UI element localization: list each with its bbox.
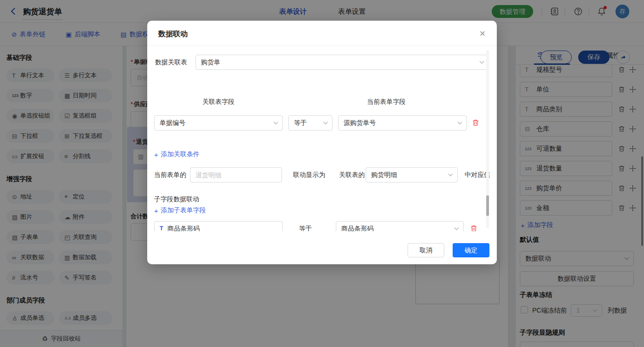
condition-target-select[interactable]: 源购货单号 [338,115,467,131]
cancel-button[interactable]: 取消 [408,243,444,257]
delete-subfield-icon[interactable] [470,225,477,231]
chevron-down-icon [480,59,484,63]
subfield-right-select[interactable]: 商品条形码 [336,221,464,231]
chevron-down-icon [458,119,462,124]
delete-condition-icon[interactable] [472,119,479,126]
plus-icon: + [154,151,158,158]
modal-header: 数据联动 ✕ [147,21,497,46]
close-icon[interactable]: ✕ [479,29,486,39]
chevron-down-icon [323,119,328,124]
text-type-icon: T [160,225,163,231]
condition-field-select[interactable]: 单据编号 [154,115,283,131]
column-header-left: 关联表字段 [154,98,283,106]
data-linkage-modal: 数据联动 ✕ 数据关联表 购货单 关联表字段 当前表单字段 单据编号 等于 源购… [147,21,497,264]
modal-title: 数据联动 [158,29,188,39]
subfield-section-label: 子字段数据联动 [154,192,199,207]
display-middle-label: 联动显示为 [293,167,325,182]
modal-content: 数据关联表 购货单 关联表字段 当前表单字段 单据编号 等于 源购货单号 + 添… [147,46,497,231]
add-condition-link[interactable]: + 添加关联条件 [154,150,200,159]
chevron-down-icon [454,225,459,230]
relation-of-label: 关联表的 [339,167,365,182]
display-field-input[interactable] [190,167,282,182]
modal-scroll-thumb[interactable] [486,195,489,216]
subfield-left-box[interactable]: T商品条形码 [154,221,283,231]
relation-table-select[interactable]: 购货单 [196,55,489,70]
chevron-down-icon [448,171,453,176]
subfield-operator: 等于 [299,221,312,231]
condition-operator-select[interactable]: 等于 [288,115,333,131]
plus-icon: + [154,207,158,214]
column-header-right: 当前表单字段 [322,98,451,106]
display-prefix-label: 当前表单的 [154,167,186,182]
confirm-button[interactable]: 确定 [453,243,489,257]
add-subfield-link[interactable]: + 添加子表单字段 [154,206,206,215]
chevron-down-icon [274,119,278,124]
relation-table-label: 数据关联表 [155,55,187,70]
relation-detail-select[interactable]: 购货明细 [366,167,458,182]
